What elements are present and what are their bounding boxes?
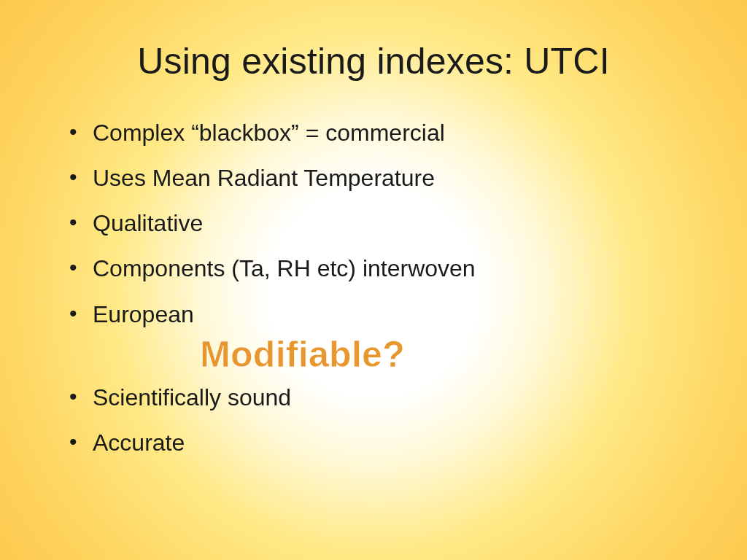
slide-title: Using existing indexes: UTCI <box>0 40 747 82</box>
list-item: Complex “blackbox” = commercial <box>69 117 703 149</box>
bullet-list-top: Complex “blackbox” = commercial Uses Mea… <box>69 117 703 330</box>
slide: Using existing indexes: UTCI Complex “bl… <box>0 0 747 560</box>
list-item: Qualitative <box>69 207 703 239</box>
list-item: Components (Ta, RH etc) interwoven <box>69 252 703 284</box>
list-item: Scientifically sound <box>69 381 703 413</box>
list-item: Uses Mean Radiant Temperature <box>69 162 703 194</box>
list-item: Accurate <box>69 427 703 459</box>
bullet-list-bottom: Scientifically sound Accurate <box>69 381 703 459</box>
callout-text: Modifiable? <box>200 333 405 376</box>
bullet-list-container: Complex “blackbox” = commercial Uses Mea… <box>69 117 703 472</box>
list-item: European <box>69 298 703 330</box>
